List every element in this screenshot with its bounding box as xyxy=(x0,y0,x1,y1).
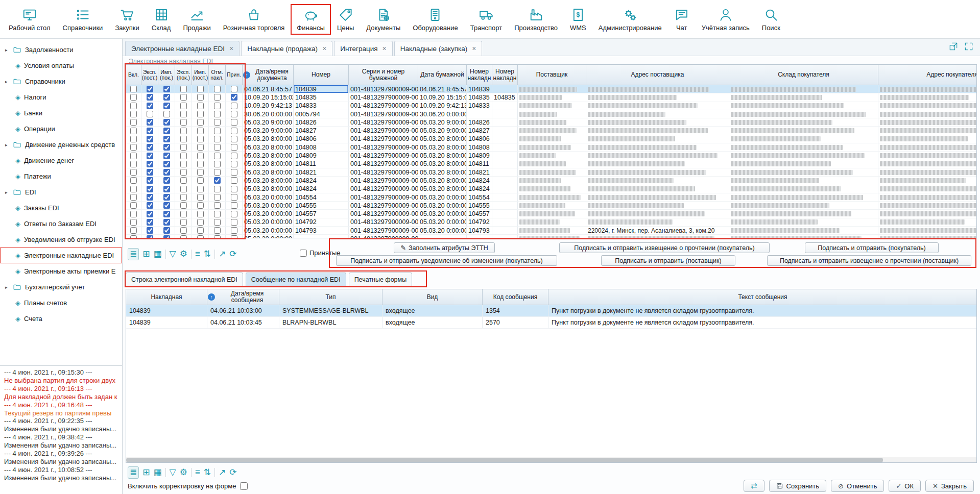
popout-window-icon[interactable] xyxy=(948,41,959,52)
row-checkbox[interactable] xyxy=(147,211,153,217)
table-row[interactable]: 30.06.20 0:00:000005794001-4813297900009… xyxy=(126,110,976,118)
save-button[interactable]: Сохранить xyxy=(769,480,827,492)
row-checkbox[interactable] xyxy=(163,227,170,234)
column-header[interactable]: Поставщик xyxy=(518,65,586,85)
row-checkbox[interactable] xyxy=(130,153,137,159)
row-checkbox[interactable] xyxy=(197,186,204,192)
topbar-item-5[interactable]: Розничная торговля xyxy=(218,5,291,34)
row-checkbox[interactable] xyxy=(214,86,221,92)
row-checkbox[interactable] xyxy=(214,128,221,134)
table-row[interactable]: 05.03.20 9:00:00104827001-4813297900009-… xyxy=(126,127,976,135)
column-header[interactable]: Номер накладн xyxy=(492,65,518,85)
topbar-item-15[interactable]: Учётная запись xyxy=(696,5,755,34)
table-row[interactable]: 05.03.20 0:00:00104793001-4813297900009-… xyxy=(126,227,976,235)
close-icon[interactable]: × xyxy=(472,44,476,53)
column-header[interactable]: Адрес поставщика xyxy=(586,65,729,85)
topbar-item-6[interactable]: Финансы xyxy=(291,5,330,34)
filter-icon[interactable]: ▽ xyxy=(170,249,176,260)
column-header[interactable]: Код сообщения xyxy=(483,289,548,305)
row-checkbox[interactable] xyxy=(231,161,237,167)
close-icon[interactable]: × xyxy=(322,44,326,53)
column-header[interactable]: Серия и номер бумажной xyxy=(349,65,418,85)
row-checkbox[interactable] xyxy=(197,111,204,117)
row-checkbox[interactable] xyxy=(180,227,187,234)
close-icon[interactable]: × xyxy=(229,44,233,53)
row-checkbox[interactable] xyxy=(214,161,221,167)
row-checkbox[interactable] xyxy=(180,161,187,167)
row-checkbox[interactable] xyxy=(147,202,153,209)
row-checkbox[interactable] xyxy=(130,219,137,226)
expander-icon[interactable]: ▸ xyxy=(5,47,9,53)
row-checkbox[interactable] xyxy=(197,194,204,201)
row-checkbox[interactable] xyxy=(147,235,153,238)
column-header[interactable]: Накладная xyxy=(126,289,207,305)
column-header[interactable]: Отм. накл. xyxy=(209,65,226,85)
view-calendar-icon[interactable]: ▦ xyxy=(154,249,162,260)
row-checkbox[interactable] xyxy=(197,169,204,176)
filter-icon[interactable]: ▽ xyxy=(170,467,176,478)
row-checkbox[interactable] xyxy=(214,211,221,217)
sign-send-read-receipt-supplier-button[interactable]: Подписать и отправить извещение о прочте… xyxy=(767,255,971,266)
column-header[interactable]: Вид xyxy=(383,289,483,305)
sidebar-item[interactable]: ◈Налоги xyxy=(0,89,122,105)
group-icon[interactable]: ≡ xyxy=(195,467,200,478)
row-checkbox[interactable] xyxy=(197,219,204,226)
column-header[interactable]: Адрес покупателя xyxy=(878,65,977,85)
topbar-item-10[interactable]: Транспорт xyxy=(465,5,508,34)
row-checkbox[interactable] xyxy=(130,235,137,238)
row-checkbox[interactable] xyxy=(180,194,187,201)
sidebar-item[interactable]: ◈Уведомления об отгрузке EDI xyxy=(0,232,122,248)
table-row[interactable]: 04.06.21 8:45:57104839001-4813297900009-… xyxy=(126,85,976,93)
topbar-item-12[interactable]: $WMS xyxy=(564,5,592,34)
row-checkbox[interactable] xyxy=(214,227,221,234)
row-checkbox[interactable] xyxy=(231,144,237,151)
table-row[interactable]: 05.03.20 8:00:00104811001-4813297900009-… xyxy=(126,160,976,168)
group-icon[interactable]: ≡ xyxy=(195,249,200,260)
row-checkbox[interactable] xyxy=(231,219,237,226)
scrollbar-thumb[interactable] xyxy=(126,458,883,462)
row-checkbox[interactable] xyxy=(147,136,153,142)
row-checkbox[interactable] xyxy=(231,186,237,192)
row-checkbox[interactable] xyxy=(180,128,187,134)
expander-icon[interactable]: ▸ xyxy=(5,79,9,84)
table-row[interactable]: 10.09.20 9:42:13104833001-4813297900009-… xyxy=(126,102,976,110)
row-checkbox[interactable] xyxy=(147,144,153,151)
row-checkbox[interactable] xyxy=(163,186,170,192)
view-calendar-icon[interactable]: ▦ xyxy=(154,467,162,478)
sidebar-item[interactable]: ◈Заказы EDI xyxy=(0,200,122,216)
row-checkbox[interactable] xyxy=(130,186,137,192)
row-checkbox[interactable] xyxy=(214,169,221,176)
row-checkbox[interactable] xyxy=(197,128,204,134)
table-row[interactable]: 05.03.20 8:00:00104806001-4813297900009-… xyxy=(126,135,976,143)
row-checkbox[interactable] xyxy=(163,194,170,201)
row-checkbox[interactable] xyxy=(214,202,221,209)
row-checkbox[interactable] xyxy=(180,103,187,109)
column-header[interactable]: Прин. xyxy=(226,65,243,85)
row-checkbox[interactable] xyxy=(130,161,137,167)
sidebar-item[interactable]: ▸Движение денежных средств xyxy=(0,137,122,153)
row-checkbox[interactable] xyxy=(180,119,187,126)
row-checkbox[interactable] xyxy=(130,103,137,109)
row-checkbox[interactable] xyxy=(130,211,137,217)
table-row[interactable]: 05.03.20 0:00:00104555001-4813297900009-… xyxy=(126,202,976,210)
row-checkbox[interactable] xyxy=(197,136,204,142)
row-checkbox[interactable] xyxy=(231,103,237,109)
row-checkbox[interactable] xyxy=(231,169,237,176)
row-checkbox[interactable] xyxy=(147,161,153,167)
row-checkbox[interactable] xyxy=(147,186,153,192)
row-checkbox[interactable] xyxy=(180,86,187,92)
row-checkbox[interactable] xyxy=(163,169,170,176)
correction-checkbox[interactable] xyxy=(240,482,248,490)
message-row[interactable]: 10483904.06.21 10:03:45BLRAPN-BLRWBLвход… xyxy=(126,317,976,329)
subtab-1[interactable]: Сообщение по накладной EDI xyxy=(246,273,346,286)
horizontal-scrollbar[interactable] xyxy=(126,457,976,462)
close-icon[interactable]: × xyxy=(383,44,387,53)
row-checkbox[interactable] xyxy=(130,169,137,176)
refresh-icon[interactable]: ⟳ xyxy=(229,467,236,478)
sidebar-item[interactable]: ▸Бухгалтерский учет xyxy=(0,279,122,295)
sidebar-item[interactable]: ◈Банки xyxy=(0,105,122,121)
sign-send-change-notice-buyer-button[interactable]: Подписать и отправить уведомление об изм… xyxy=(336,255,557,266)
row-checkbox[interactable] xyxy=(163,111,170,117)
row-checkbox[interactable] xyxy=(214,119,221,126)
row-checkbox[interactable] xyxy=(197,94,204,101)
